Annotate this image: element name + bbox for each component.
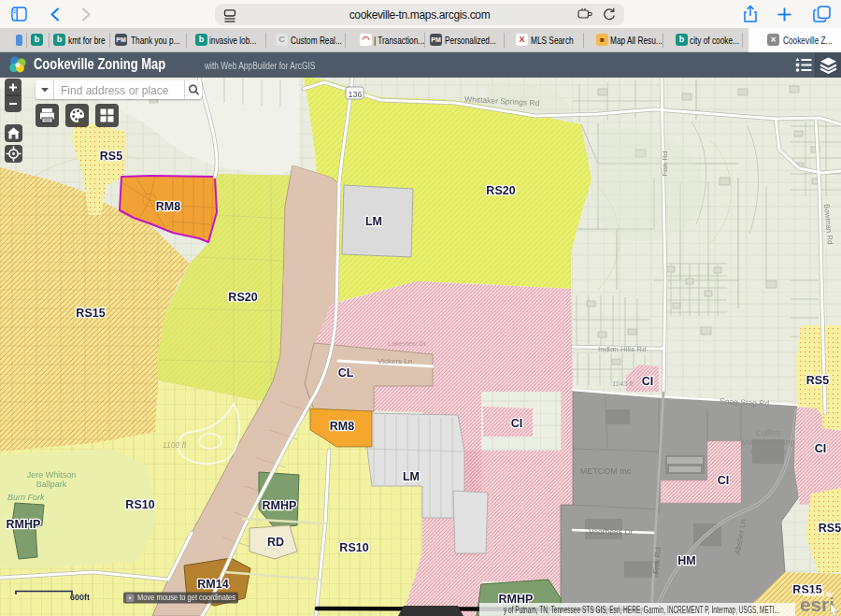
- svg-text:RS15: RS15: [76, 307, 105, 320]
- svg-text:1143 ft: 1143 ft: [612, 380, 634, 388]
- svg-text:RS20: RS20: [486, 184, 515, 197]
- svg-text:RMHP: RMHP: [7, 518, 41, 531]
- svg-text:RMHP: RMHP: [263, 499, 297, 512]
- svg-text:CI: CI: [511, 417, 523, 430]
- svg-text:LM: LM: [365, 215, 382, 228]
- svg-text:Move mouse to get coordinates: Move mouse to get coordinates: [137, 593, 236, 602]
- svg-text:RM8: RM8: [156, 200, 180, 213]
- svg-text:Lakeview Dr: Lakeview Dr: [388, 339, 427, 348]
- svg-text:Voorhees Dr: Voorhees Dr: [589, 527, 633, 537]
- svg-text:RS5: RS5: [806, 374, 829, 387]
- svg-text:RS10: RS10: [339, 541, 368, 554]
- svg-text:HM: HM: [677, 554, 695, 567]
- svg-text:y of Putnam, TN, Tennessee STS: y of Putnam, TN, Tennessee STS GIS, Esri…: [504, 605, 779, 615]
- svg-text:METCOM Inc: METCOM Inc: [580, 466, 632, 476]
- svg-text:Burn Fork: Burn Fork: [7, 493, 45, 502]
- svg-text:Indian Hills Rd: Indian Hills Rd: [598, 345, 647, 353]
- svg-text:RM14: RM14: [197, 578, 228, 591]
- svg-text:CL: CL: [338, 366, 354, 380]
- svg-text:Fisk Rd: Fisk Rd: [661, 150, 669, 176]
- svg-text:RS5: RS5: [819, 522, 841, 535]
- svg-text:esri: esri: [800, 594, 834, 615]
- svg-text:1100 ft: 1100 ft: [163, 440, 187, 450]
- svg-text:LM: LM: [403, 470, 420, 483]
- svg-text:RS5: RS5: [100, 150, 122, 163]
- svg-text:600ft: 600ft: [70, 593, 90, 602]
- svg-text:Collins: Collins: [755, 428, 781, 437]
- svg-text:Manufacturing: Manufacturing: [741, 437, 794, 447]
- svg-text:Jere Whitson: Jere Whitson: [27, 470, 77, 480]
- svg-text:Company: Company: [750, 447, 787, 456]
- svg-text:CI: CI: [815, 442, 827, 455]
- svg-text:RD: RD: [267, 536, 284, 549]
- svg-text:RS10: RS10: [125, 498, 154, 511]
- svg-text:RM8: RM8: [330, 420, 354, 433]
- svg-text:CI: CI: [718, 474, 730, 487]
- svg-text:CI: CI: [642, 375, 654, 388]
- svg-text:136: 136: [348, 90, 362, 99]
- svg-text:Vickers Ln: Vickers Ln: [378, 357, 412, 365]
- svg-text:Ballpark: Ballpark: [36, 480, 67, 489]
- svg-text:RS20: RS20: [228, 291, 257, 304]
